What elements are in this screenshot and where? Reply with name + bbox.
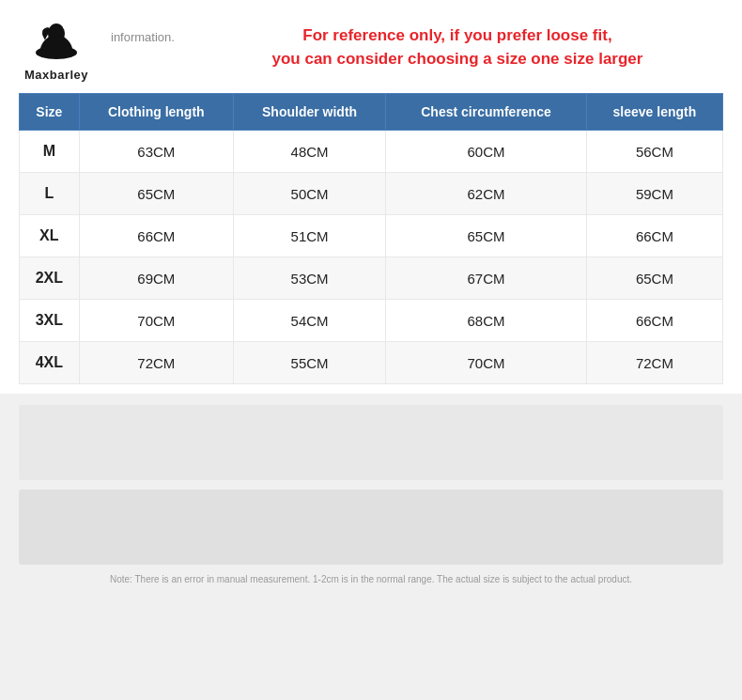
cell-clothing_length-4: 70CM (79, 300, 233, 342)
table-section: Size Clothing length Shoulder width Ches… (0, 93, 742, 394)
note-text: Note: There is an error in manual measur… (35, 572, 707, 586)
cell-chest_circumference-4: 68CM (386, 300, 587, 342)
cell-sleeve_length-5: 72CM (586, 342, 722, 384)
cell-sleeve_length-0: 56CM (586, 131, 722, 173)
notice-line1: For reference only, if you prefer loose … (192, 24, 723, 48)
cell-shoulder_width-4: 54CM (233, 300, 385, 342)
table-body: M63CM48CM60CM56CML65CM50CM62CM59CMXL66CM… (20, 131, 723, 384)
bottom-decorative-box-2 (19, 490, 723, 565)
table-row: 4XL72CM55CM70CM72CM (20, 342, 723, 384)
cell-size-0: M (20, 131, 80, 173)
table-row: L65CM50CM62CM59CM (20, 173, 723, 215)
table-row: M63CM48CM60CM56CM (20, 131, 723, 173)
cell-size-5: 4XL (20, 342, 80, 384)
cell-shoulder_width-3: 53CM (233, 257, 385, 300)
notice-text: For reference only, if you prefer loose … (192, 17, 723, 70)
logo-area: Maxbarley (19, 17, 94, 82)
cell-size-1: L (20, 173, 80, 215)
notice-line2: you can consider choosing a size one siz… (192, 48, 723, 71)
cell-clothing_length-1: 65CM (79, 173, 233, 215)
cell-clothing_length-0: 63CM (79, 131, 233, 173)
cell-chest_circumference-5: 70CM (386, 342, 587, 384)
cell-clothing_length-3: 69CM (79, 257, 233, 300)
header-shoulder-width: Shoulder width (233, 94, 385, 131)
cell-sleeve_length-3: 65CM (586, 257, 722, 300)
brand-name: Maxbarley (24, 68, 88, 82)
header-sleeve-length: sleeve length (586, 94, 722, 131)
header-clothing-length: Clothing length (79, 94, 233, 131)
cell-shoulder_width-2: 51CM (233, 215, 385, 257)
cell-chest_circumference-0: 60CM (386, 131, 587, 173)
cell-shoulder_width-1: 50CM (233, 173, 385, 215)
cell-clothing_length-5: 72CM (79, 342, 233, 384)
cell-clothing_length-2: 66CM (79, 215, 233, 257)
cell-size-4: 3XL (20, 300, 80, 342)
cell-size-2: XL (20, 215, 80, 257)
cell-chest_circumference-2: 65CM (386, 215, 587, 257)
cell-chest_circumference-1: 62CM (386, 173, 587, 215)
brand-logo-icon (32, 17, 81, 66)
table-row: 3XL70CM54CM68CM66CM (20, 300, 723, 342)
table-row: 2XL69CM53CM67CM65CM (20, 257, 723, 300)
cell-chest_circumference-3: 67CM (386, 257, 587, 300)
header-chest-circumference: Chest circumference (386, 94, 587, 131)
cell-sleeve_length-1: 59CM (586, 173, 722, 215)
size-table: Size Clothing length Shoulder width Ches… (19, 93, 723, 384)
cell-size-3: 2XL (20, 257, 80, 300)
page-wrapper: Maxbarley information. For reference onl… (0, 0, 742, 700)
header-size: Size (20, 94, 80, 131)
bottom-decorative-box-1 (19, 405, 723, 480)
cell-sleeve_length-2: 66CM (586, 215, 722, 257)
svg-point-1 (48, 23, 65, 44)
cell-shoulder_width-0: 48CM (233, 131, 385, 173)
info-text: information. (111, 30, 175, 44)
table-row: XL66CM51CM65CM66CM (20, 215, 723, 257)
cell-sleeve_length-4: 66CM (586, 300, 722, 342)
cell-shoulder_width-5: 55CM (233, 342, 385, 384)
table-header-row: Size Clothing length Shoulder width Ches… (20, 94, 723, 131)
top-section: Maxbarley information. For reference onl… (0, 0, 742, 93)
